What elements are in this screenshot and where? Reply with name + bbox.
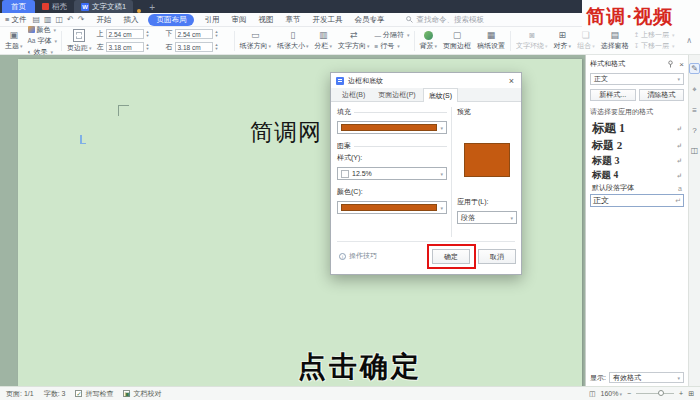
dialog-footer-rule bbox=[337, 241, 515, 242]
stepper-arrows-icon[interactable]: ▲▼ bbox=[146, 30, 150, 38]
tips-link[interactable]: i操作技巧 bbox=[339, 251, 377, 261]
stepper-arrows-icon[interactable]: ▲▼ bbox=[215, 43, 219, 51]
pattern-color-dropdown[interactable]: ▾ bbox=[337, 201, 447, 214]
show-dropdown[interactable]: 有效格式▾ bbox=[609, 372, 684, 383]
margin-top-label: 上 bbox=[97, 29, 104, 39]
tab-view[interactable]: 视图 bbox=[256, 14, 275, 26]
grid-setting-button[interactable]: ▦稿纸设置 bbox=[476, 30, 506, 51]
stepper-arrows-icon[interactable]: ▲▼ bbox=[146, 43, 150, 51]
margin-bottom-stepper[interactable]: 下2.54 cm▲▼ bbox=[166, 29, 230, 39]
align-button[interactable]: ⊞对齐▾ bbox=[553, 30, 573, 51]
tab-page-layout[interactable]: 页面布局 bbox=[148, 14, 194, 26]
outline-tool-icon[interactable]: ≡ bbox=[692, 106, 697, 115]
new-tab-label: + bbox=[149, 2, 155, 13]
current-style-dropdown[interactable]: 正文 ▾ bbox=[590, 73, 684, 85]
paper-orientation-button[interactable]: ▭纸张方向▾ bbox=[239, 30, 273, 51]
select-tool-icon[interactable]: ⌖ bbox=[692, 85, 697, 95]
docer-tab[interactable]: 稻壳 bbox=[35, 0, 74, 13]
stepper-arrows-icon[interactable]: ▲▼ bbox=[215, 30, 219, 38]
quick-access-toolbar: ▤ ▥ ◫ ↶ ↷ bbox=[32, 15, 84, 24]
theme-button[interactable]: ▣ 主题▾ bbox=[4, 30, 24, 51]
file-menu-button[interactable]: ≡文件 bbox=[5, 15, 26, 25]
word-count[interactable]: 字数: 3 bbox=[44, 389, 66, 399]
columns-button[interactable]: ▥分栏▾ bbox=[314, 30, 334, 51]
spellcheck-toggle[interactable]: ✓拼写检查 bbox=[75, 389, 113, 399]
zoom-level[interactable]: 160%▾ bbox=[601, 390, 622, 397]
styles-panel: 样式和格式 × 正文 ▾ 新样式... 清除格式 请选择要应用的格式 标题 1↵… bbox=[585, 55, 688, 386]
save-icon[interactable]: ▤ bbox=[32, 15, 40, 24]
cancel-button[interactable]: 取消 bbox=[478, 249, 516, 264]
apply-to-dropdown[interactable]: 段落▾ bbox=[457, 211, 517, 224]
tab-insert[interactable]: 插入 bbox=[121, 14, 140, 26]
font-button[interactable]: Aa字体▾ bbox=[28, 36, 57, 46]
collapse-ribbon-icon[interactable]: ∧ bbox=[686, 36, 696, 45]
tab-section[interactable]: 章节 bbox=[283, 14, 302, 26]
tab-review[interactable]: 审阅 bbox=[229, 14, 248, 26]
style-item-heading4[interactable]: 标题 4↵ bbox=[590, 168, 684, 182]
background-button[interactable]: 背景▾ bbox=[419, 31, 439, 51]
margin-left-stepper[interactable]: 左3.18 cm▲▼ bbox=[97, 42, 161, 52]
color-button[interactable]: 颜色▾ bbox=[28, 25, 57, 35]
text-direction-button[interactable]: ⇄文字方向▾ bbox=[337, 30, 371, 51]
zoom-slider[interactable] bbox=[636, 393, 674, 394]
dialog-tab-shading[interactable]: 底纹(S) bbox=[423, 88, 458, 102]
tab-member[interactable]: 会员专享 bbox=[352, 14, 386, 26]
style-name: 标题 4 bbox=[592, 169, 618, 182]
spellcheck-label: 拼写检查 bbox=[85, 389, 113, 399]
line-numbers-button[interactable]: ≡行号▾ bbox=[375, 41, 410, 51]
paper-size-button[interactable]: ▯纸张大小▾ bbox=[276, 30, 310, 51]
style-item-heading3[interactable]: 标题 3↵ bbox=[590, 153, 684, 168]
new-tab-button[interactable]: + bbox=[149, 2, 155, 13]
page-border-button[interactable]: ▢页面边框 bbox=[442, 30, 472, 51]
tab-start[interactable]: 开始 bbox=[94, 14, 113, 26]
style-item-default-font[interactable]: 默认段落字体a bbox=[590, 182, 684, 194]
redo-icon[interactable]: ↷ bbox=[78, 15, 85, 24]
breaks-button[interactable]: ―分隔符▾ bbox=[375, 30, 410, 40]
styles-brush-icon[interactable]: ✎ bbox=[689, 63, 700, 74]
dialog-close-icon[interactable]: × bbox=[507, 76, 516, 86]
zoom-out-button[interactable]: − bbox=[627, 390, 631, 397]
text-direction-label: 文字方向 bbox=[338, 42, 366, 49]
dropdown-caret-icon: ▾ bbox=[89, 45, 92, 51]
tab-dev-tools[interactable]: 开发工具 bbox=[310, 14, 344, 26]
style-item-heading1[interactable]: 标题 1↵ bbox=[590, 120, 684, 137]
margins-label: 页边距 bbox=[67, 44, 88, 51]
pin-icon[interactable] bbox=[667, 60, 674, 68]
dialog-tab-borders[interactable]: 边框(B) bbox=[336, 87, 371, 101]
resource-panel-icon[interactable]: ◫ bbox=[691, 146, 699, 155]
clear-format-button[interactable]: 清除格式 bbox=[639, 89, 685, 101]
zoom-slider-knob[interactable] bbox=[658, 390, 664, 396]
group-button[interactable]: ❏组合▾ bbox=[576, 30, 596, 51]
margin-right-stepper[interactable]: 右3.18 cm▲▼ bbox=[166, 42, 230, 52]
tab-references[interactable]: 引用 bbox=[202, 14, 221, 26]
dialog-tab-page-border[interactable]: 页面边框(P) bbox=[372, 87, 421, 101]
undo-icon[interactable]: ↶ bbox=[67, 15, 74, 24]
text-wrap-button[interactable]: ◙文字环绕▾ bbox=[515, 30, 549, 51]
pattern-style-dropdown[interactable]: 12.5%▾ bbox=[337, 167, 447, 180]
bring-forward-button[interactable]: ↥上移一层▾ bbox=[634, 30, 675, 40]
selection-pane-button[interactable]: ▤选择窗格 bbox=[600, 30, 630, 51]
close-panel-icon[interactable]: × bbox=[679, 60, 684, 69]
page-view-icon[interactable]: ◫ bbox=[589, 390, 596, 398]
send-backward-button[interactable]: ↧下移一层▾ bbox=[634, 41, 675, 51]
new-style-button[interactable]: 新样式... bbox=[590, 89, 636, 101]
help-icon[interactable]: ? bbox=[692, 126, 696, 135]
fullscreen-icon[interactable]: ⊞ bbox=[688, 390, 694, 398]
margins-button[interactable]: 页边距▾ bbox=[66, 29, 93, 53]
preview-icon[interactable]: ◫ bbox=[56, 15, 64, 24]
style-item-heading2[interactable]: 标题 2↵ bbox=[590, 137, 684, 153]
print-icon[interactable]: ▥ bbox=[44, 15, 52, 24]
send-backward-label: 下移一层 bbox=[641, 41, 669, 51]
proofing-toggle[interactable]: ▣文档校对 bbox=[123, 389, 161, 399]
margin-top-stepper[interactable]: 上2.54 cm▲▼ bbox=[97, 29, 161, 39]
color-label: 颜色 bbox=[37, 25, 51, 35]
document-tab[interactable]: W文字文稿1 bbox=[74, 0, 133, 13]
home-tab[interactable]: 首页 bbox=[2, 0, 35, 13]
fill-color-dropdown[interactable]: ▾ bbox=[337, 121, 447, 134]
dropdown-caret-icon: ▾ bbox=[569, 43, 572, 49]
command-search[interactable]: 查找命令、搜索模板 bbox=[406, 15, 484, 25]
dropdown-caret-icon: ▾ bbox=[407, 32, 410, 38]
style-item-body-selected[interactable]: 正文↵ bbox=[590, 194, 684, 207]
zoom-in-button[interactable]: + bbox=[679, 390, 683, 397]
document-body-text[interactable]: 简调网 bbox=[250, 117, 322, 148]
